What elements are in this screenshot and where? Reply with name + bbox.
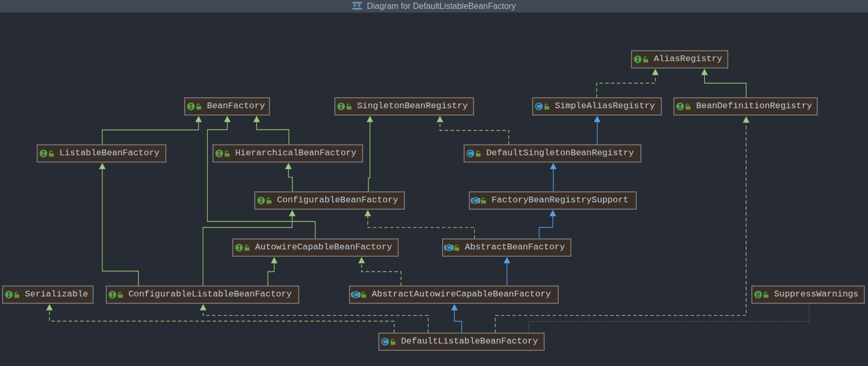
svg-text:@: @ (756, 292, 760, 299)
